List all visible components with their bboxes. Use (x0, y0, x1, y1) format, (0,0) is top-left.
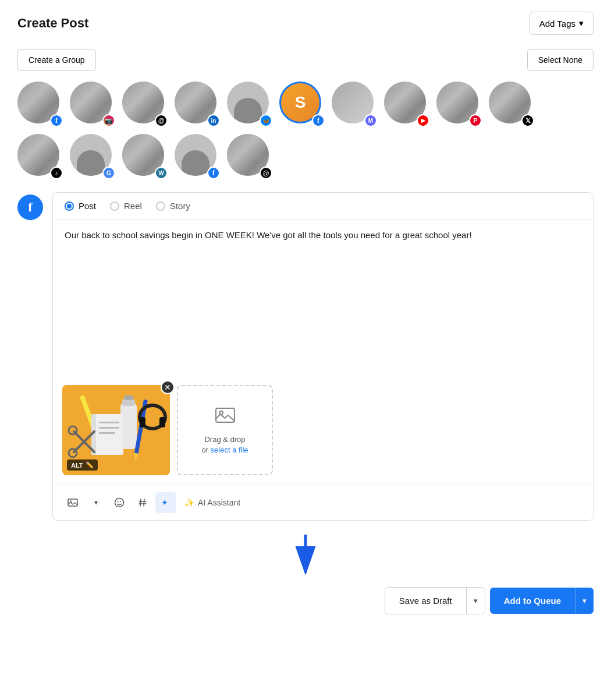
uploaded-image: ✕ ALT ✏️ (62, 385, 170, 475)
profile-p10[interactable]: 𝕏 (489, 82, 535, 128)
x-badge: 𝕏 (521, 114, 534, 127)
save-draft-dropdown-button[interactable]: ▾ (466, 588, 485, 614)
mastodon-badge: M (364, 114, 377, 127)
facebook-f-icon: f (28, 200, 32, 215)
radio-story (156, 201, 165, 211)
select-file-link[interactable]: select a file (211, 446, 248, 454)
threads-badge-p15: @ (260, 167, 272, 179)
edit-alt-icon[interactable]: ✏️ (86, 461, 94, 469)
profiles-container: f 📷 @ in 🦋 S f (17, 82, 594, 181)
editor-toolbar: ▾ ✦ (53, 485, 593, 520)
hashtag-btn[interactable] (132, 492, 153, 513)
ig-badge: 📷 (102, 114, 115, 127)
svg-line-29 (144, 499, 144, 506)
page-title: Create Post (17, 16, 88, 31)
linkedin-badge: in (207, 114, 220, 127)
profile-p9[interactable]: P (436, 82, 483, 128)
svg-rect-23 (68, 499, 77, 506)
chevron-down-icon: ▾ (94, 499, 98, 507)
youtube-badge: ▶ (417, 114, 429, 127)
tab-reel[interactable]: Reel (110, 201, 142, 211)
profile-p6-selected[interactable]: S f (279, 82, 326, 128)
tab-story-label: Story (170, 201, 190, 211)
media-area: ✕ ALT ✏️ Drag & drop or select a (53, 385, 593, 485)
svg-rect-7 (91, 414, 123, 455)
svg-rect-15 (140, 417, 145, 427)
profiles-row-1: f 📷 @ in 🦋 S f (17, 82, 594, 128)
profile-p11[interactable]: ♪ (17, 134, 64, 181)
svg-rect-16 (159, 417, 165, 427)
chevron-down-icon: ▾ (579, 18, 584, 29)
profile-p8[interactable]: ▶ (384, 82, 431, 128)
profile-p1[interactable]: f (17, 82, 64, 128)
svg-point-25 (115, 499, 124, 507)
svg-rect-6 (124, 395, 133, 400)
image-upload-icon (215, 405, 236, 430)
svg-text:✦: ✦ (161, 499, 168, 507)
bottom-actions: Save as Draft ▾ Add to Queue ▾ (17, 587, 594, 614)
editor-panel: Post Reel Story (52, 192, 594, 521)
chevron-down-icon: ▾ (582, 596, 587, 605)
special-chars-btn[interactable]: ✦ (155, 492, 176, 513)
radio-post (65, 201, 74, 211)
alt-badge: ALT ✏️ (67, 459, 98, 471)
tab-reel-label: Reel (124, 201, 142, 211)
select-none-button[interactable]: Select None (527, 49, 594, 71)
add-queue-dropdown-button[interactable]: ▾ (575, 588, 594, 614)
top-actions-bar: Create a Group Select None (17, 49, 594, 71)
svg-point-26 (118, 501, 119, 503)
profile-p7[interactable]: M (332, 82, 378, 128)
ai-icon: ✨ (184, 498, 194, 507)
tab-post-label: Post (79, 201, 96, 211)
profile-p12[interactable]: G (70, 134, 116, 181)
add-tags-label: Add Tags (539, 19, 576, 29)
media-dropdown-btn[interactable]: ▾ (86, 492, 106, 513)
wordpress-badge: W (155, 167, 168, 179)
svg-point-27 (120, 501, 122, 503)
fb-badge-selected: f (312, 114, 325, 127)
add-queue-group: Add to Queue ▾ (490, 588, 594, 614)
tab-story[interactable]: Story (156, 201, 190, 211)
profile-p5[interactable]: 🦋 (227, 82, 273, 128)
avatar-letter: S (295, 93, 306, 112)
fb-badge-p14: f (207, 167, 220, 179)
arrow-annotation (17, 535, 594, 581)
save-draft-group: Save as Draft ▾ (385, 587, 485, 614)
drag-drop-upload-area[interactable]: Drag & drop or select a file (177, 385, 273, 475)
annotation-arrow (282, 535, 329, 581)
threads-badge: @ (155, 114, 168, 127)
alt-label: ALT (71, 462, 83, 469)
profile-p13[interactable]: W (122, 134, 169, 181)
profile-p2[interactable]: 📷 (70, 82, 116, 128)
tab-post[interactable]: Post (65, 201, 96, 211)
add-to-queue-button[interactable]: Add to Queue (490, 588, 575, 614)
svg-rect-9 (99, 422, 119, 423)
save-draft-button[interactable]: Save as Draft (385, 588, 466, 614)
ai-assistant-btn[interactable]: ✨ AI Assistant (179, 493, 246, 512)
profiles-row-2: ♪ G W f @ (17, 134, 594, 181)
pinterest-badge: P (469, 114, 482, 127)
emoji-btn[interactable] (109, 492, 130, 513)
profile-p4[interactable]: in (175, 82, 221, 128)
bluesky-badge: 🦋 (260, 114, 272, 127)
profile-p15[interactable]: @ (227, 134, 273, 181)
post-tabs: Post Reel Story (53, 193, 593, 220)
svg-line-28 (140, 499, 141, 506)
fb-badge: f (50, 114, 63, 127)
profile-p3[interactable]: @ (122, 82, 169, 128)
header: Create Post Add Tags ▾ (17, 12, 594, 35)
create-group-button[interactable]: Create a Group (17, 49, 96, 71)
chevron-down-icon: ▾ (474, 596, 478, 605)
svg-rect-10 (99, 427, 119, 429)
profile-p14[interactable]: f (175, 134, 221, 181)
remove-image-button[interactable]: ✕ (161, 380, 175, 394)
media-upload-toolbar-btn[interactable] (62, 492, 83, 513)
drag-drop-text: Drag & drop or select a file (201, 434, 248, 455)
radio-reel (110, 201, 119, 211)
post-editor-wrapper: f Post Reel Story (17, 192, 594, 521)
facebook-platform-icon: f (17, 195, 43, 220)
post-text-input[interactable] (53, 220, 593, 383)
add-tags-button[interactable]: Add Tags ▾ (530, 12, 594, 35)
gmb-badge: G (102, 167, 115, 179)
svg-rect-11 (99, 432, 115, 434)
